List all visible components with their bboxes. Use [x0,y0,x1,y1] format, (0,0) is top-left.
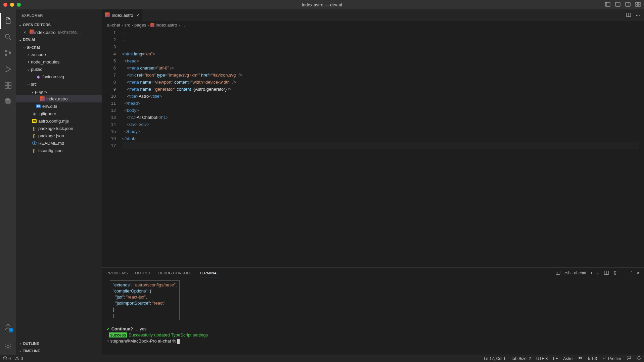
titlebar: index.astro — dev-ai [0,0,644,9]
cursor-position[interactable]: Ln 17, Col 1 [484,356,506,361]
editor-tab[interactable]: index.astro × [102,9,143,21]
tree-item-label: package-lock.json [38,126,73,131]
folder-item[interactable]: ›node_modules [16,58,102,65]
tree-item-label: public [31,67,42,72]
svg-point-35 [581,357,582,359]
terminal-label[interactable]: zsh - ai-chat [564,271,586,275]
svg-point-10 [5,34,9,38]
encoding[interactable]: UTF-8 [536,356,548,361]
panel-tab-debug-console[interactable]: DEBUG CONSOLE [158,269,192,277]
explorer-icon[interactable] [0,13,16,29]
activity-bar: 1 [0,9,16,355]
maximize-panel-icon[interactable]: ⌃ [630,271,633,275]
svg-marker-15 [6,66,11,72]
feedback-icon[interactable] [627,356,631,361]
folder-item[interactable]: ⌄pages [16,88,102,95]
panel-tab-problems[interactable]: PROBLEMS [106,269,128,277]
workspace-section-header[interactable]: ⌄ DEV-AI [16,36,102,43]
svg-rect-17 [5,82,8,85]
breadcrumb-segment[interactable]: ai-chat [107,22,120,28]
file-item[interactable]: TSenv.d.ts [16,102,102,110]
file-item[interactable]: ◆favicon.svg [16,73,102,80]
code-editor[interactable]: 1234567891011121314151617 ------ <html l… [102,29,644,267]
language-mode[interactable]: Astro [563,356,572,361]
breadcrumb[interactable]: ai-chat › src › pages › index.astro › ..… [102,21,644,29]
breadcrumb-segment[interactable]: src [124,22,130,28]
workspace-label: DEV-AI [23,38,35,42]
accounts-icon[interactable]: 1 [0,319,16,335]
open-editors-label: OPEN EDITORS [23,23,51,27]
customize-layout-icon[interactable] [635,2,641,8]
terminal-body[interactable]: "extends": "astro/tsconfigs/base", "comp… [102,278,644,355]
file-item[interactable]: ◈.gitignore [16,110,102,117]
warning-count[interactable]: 0 [15,356,23,361]
run-debug-icon[interactable] [0,61,16,77]
file-item[interactable]: index.astro [16,95,102,102]
terminal-prompt-question: Continue? [111,326,133,331]
split-editor-icon[interactable] [626,12,631,18]
new-terminal-icon[interactable]: + [590,271,593,275]
extensions-icon[interactable] [0,77,16,93]
more-actions-icon[interactable]: ⋯ [622,271,626,275]
file-item[interactable]: {}package.json [16,132,102,139]
breadcrumb-segment[interactable]: index.astro [156,22,177,28]
search-icon[interactable] [0,29,16,45]
open-editor-item[interactable]: × index.astro ai-chat/src/... [16,29,102,36]
split-terminal-icon[interactable] [604,270,609,276]
outline-section-header[interactable]: › OUTLINE [16,340,102,347]
timeline-section-header[interactable]: › TIMELINE [16,347,102,355]
file-item[interactable]: {}tsconfig.json [16,147,102,154]
tab-size[interactable]: Tab Size: 2 [511,356,531,361]
terminal-dropdown-icon[interactable]: ⌄ [597,271,600,275]
panel-tab-terminal[interactable]: TERMINAL [199,269,219,277]
prettier-status[interactable]: Prettier [602,356,621,361]
eol[interactable]: LF [553,356,558,361]
close-icon[interactable]: × [24,30,30,35]
breadcrumb-segment[interactable]: pages [134,22,146,28]
toggle-panel-bottom-icon[interactable] [615,2,620,8]
file-icon [39,96,46,101]
close-window-button[interactable] [3,3,7,7]
notifications-icon[interactable] [637,356,641,361]
svg-rect-8 [636,5,638,6]
file-item[interactable]: ⓘREADME.md [16,139,102,147]
folder-item[interactable]: ⌄ai-chat [16,43,102,51]
copilot-icon[interactable] [578,356,583,361]
astro-version[interactable]: 5.1.3 [588,356,597,361]
code-content[interactable]: ------ <html lang="en"> <head> <meta cha… [122,29,639,267]
edge-tools-icon[interactable] [0,93,16,109]
folder-item[interactable]: ⌄public [16,65,102,73]
folder-item[interactable]: ⌄src [16,80,102,88]
panel-tab-output[interactable]: OUTPUT [135,269,151,277]
toggle-panel-right-icon[interactable] [625,2,631,8]
close-icon[interactable]: × [137,13,139,18]
chevron-right-icon: › [132,22,133,28]
open-editor-filename: index.astro [34,30,56,35]
minimap[interactable] [639,29,644,267]
statusbar: 0 0 Ln 17, Col 1 Tab Size: 2 UTF-8 LF As… [0,355,644,362]
file-item[interactable]: JSastro.config.mjs [16,117,102,125]
close-panel-icon[interactable]: × [637,271,639,275]
folder-item[interactable]: ›.vscode [16,51,102,58]
minimize-window-button[interactable] [10,3,14,7]
sidebar: EXPLORER ⋯ ⌄ OPEN EDITORS × index.astro … [16,9,102,355]
kill-terminal-icon[interactable] [613,270,617,276]
window-title: index.astro — dev-ai [302,2,342,7]
maximize-window-button[interactable] [17,3,21,7]
chevron-down-icon: ⌄ [17,38,23,42]
sidebar-more-icon[interactable]: ⋯ [93,13,97,17]
open-editors-section-header[interactable]: ⌄ OPEN EDITORS [16,21,102,29]
terminal-shell-icon[interactable] [556,270,560,276]
svg-rect-20 [8,82,11,85]
toggle-panel-left-icon[interactable] [605,2,610,8]
sidebar-title: EXPLORER [21,13,93,17]
file-item[interactable]: {}package-lock.json [16,125,102,132]
settings-gear-icon[interactable] [0,338,16,355]
source-control-icon[interactable] [0,45,16,61]
svg-rect-36 [579,357,582,358]
error-count[interactable]: 0 [3,356,11,361]
astro-file-icon [30,30,34,35]
file-icon: ◈ [31,111,38,116]
more-actions-icon[interactable]: ⋯ [636,13,640,18]
breadcrumb-segment[interactable]: ... [181,22,185,28]
